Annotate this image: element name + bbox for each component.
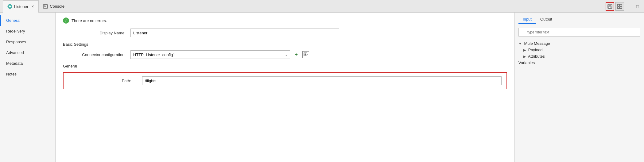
sidebar-item-notes[interactable]: Notes [0,69,55,79]
svg-rect-2 [43,5,48,8]
save-button[interactable] [606,2,614,11]
title-bar-right: — □ [606,2,641,11]
app-window: Listener ✕ Console [0,0,644,162]
svg-rect-6 [609,4,611,6]
main-content: General Redelivery Responses Advanced Me… [0,13,644,162]
center-content: ✓ There are no errors. Display Name: Bas… [56,13,515,162]
minimize-button[interactable]: — [625,3,633,10]
tree-item-mule-message[interactable]: Mule Message [518,40,640,47]
display-name-label: Display Name: [63,31,130,35]
path-section: Path: [63,72,507,89]
connector-select-wrapper: HTTP_Listener_config1 [130,50,290,59]
tab-output[interactable]: Output [536,15,557,24]
tab-console[interactable]: Console [39,0,69,13]
console-tab-icon [43,4,48,9]
error-banner: ✓ There are no errors. [63,17,507,24]
listener-tab-icon [7,4,12,9]
connector-config-wrapper: HTTP_Listener_config1 + [130,50,309,59]
tree-arrow-attributes [523,55,526,59]
connector-config-label: Connector configuration: [63,52,130,57]
sidebar-item-redelivery[interactable]: Redelivery [0,26,55,37]
search-box-wrapper: 🔍 [515,27,644,38]
basic-settings-heading: Basic Settings [63,42,507,47]
listener-tab-label: Listener [14,4,28,9]
sidebar-item-metadata[interactable]: Metadata [0,58,55,69]
panel-tabs: Input Output [515,15,644,24]
tab-listener[interactable]: Listener ✕ [3,0,39,13]
search-wrapper: 🔍 [518,28,640,37]
tree-arrow-payload [523,48,526,52]
success-icon: ✓ [63,17,69,24]
edit-config-button[interactable] [302,51,309,58]
path-input[interactable] [142,76,502,85]
maximize-button[interactable]: □ [634,3,641,10]
tree-item-payload[interactable]: Payload [518,47,640,53]
connector-config-row: Connector configuration: HTTP_Listener_c… [63,50,507,59]
sidebar-item-general[interactable]: General [0,15,55,26]
svg-point-1 [9,6,11,7]
title-bar-left: Listener ✕ Console [3,0,69,13]
tree-item-variables[interactable]: Variables [518,60,640,66]
tree-arrow-mule-message [518,42,522,45]
tree-item-attributes[interactable]: Attributes [518,53,640,60]
svg-rect-10 [620,4,622,6]
sidebar-item-advanced[interactable]: Advanced [0,47,55,58]
console-tab-label: Console [50,4,64,9]
grid-button[interactable] [615,2,624,11]
connector-select[interactable]: HTTP_Listener_config1 [130,50,290,59]
svg-rect-12 [620,7,622,9]
svg-rect-8 [609,7,610,8]
path-label: Path: [68,79,136,83]
listener-tab-close[interactable]: ✕ [31,5,34,9]
tree-view: Mule Message Payload Attributes Variable… [515,40,644,66]
display-name-input[interactable] [130,29,339,37]
filter-search-input[interactable] [518,28,640,37]
tab-input[interactable]: Input [518,15,536,24]
right-panel: Input Output 🔍 Mule Message [515,13,644,162]
general-section-heading: General [63,64,507,68]
sidebar: General Redelivery Responses Advanced Me… [0,13,56,162]
error-message: There are no errors. [72,18,107,23]
path-row: Path: [68,76,502,85]
svg-rect-11 [618,7,619,9]
display-name-row: Display Name: [63,29,507,37]
title-bar: Listener ✕ Console [0,0,644,13]
svg-rect-9 [618,4,619,6]
add-config-button[interactable]: + [293,51,300,58]
sidebar-item-responses[interactable]: Responses [0,37,55,47]
